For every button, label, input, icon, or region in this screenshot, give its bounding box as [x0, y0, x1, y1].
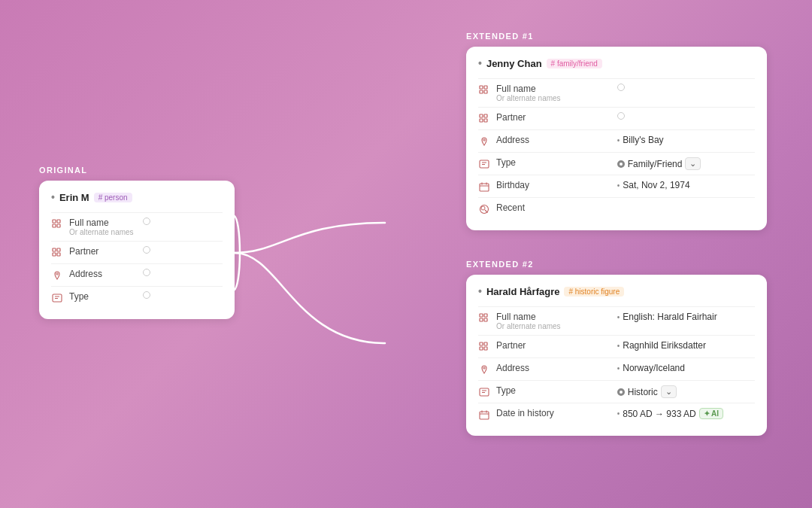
field-type: Type Historic ⌄ — [478, 380, 755, 403]
field-birthday: Birthday • Sat, Nov 2, 1974 — [478, 175, 755, 197]
field-date-history: Date in history • 850 AD → 933 AD ✦ AI — [478, 403, 755, 425]
svg-rect-38 — [484, 347, 487, 350]
type-label: Type — [496, 157, 611, 168]
svg-rect-31 — [480, 314, 483, 317]
birthday-label: Birthday — [496, 180, 611, 190]
field-label-group: Birthday — [496, 180, 611, 190]
address-value — [143, 269, 223, 276]
extended2-section: EXTENDED #2 • Harald Hårfagre # historic… — [466, 260, 767, 436]
birthday-icon — [478, 181, 490, 193]
field-address: Address • Billy's Bay — [478, 129, 755, 152]
svg-rect-36 — [480, 347, 483, 350]
extended1-card: • Jenny Chan # family/friend Full name O… — [466, 47, 767, 230]
connector-line — [235, 193, 498, 449]
svg-rect-6 — [57, 248, 60, 251]
recent-icon — [478, 203, 490, 215]
svg-rect-35 — [480, 342, 483, 345]
partner-value — [617, 112, 755, 120]
person-icon — [51, 218, 63, 230]
person-icon — [478, 84, 490, 96]
bullet-icon: • — [51, 191, 55, 203]
original-card-title: • Erin M # person — [51, 191, 223, 203]
field-label-group: Address — [496, 363, 611, 373]
svg-rect-14 — [484, 86, 487, 89]
original-label: ORIGINAL — [39, 166, 235, 175]
type-value — [143, 291, 223, 299]
fullname-sublabel: Or alternate names — [496, 94, 611, 102]
bullet-icon: • — [478, 285, 482, 297]
partner-text: Ragnhild Eiriksdatter — [623, 340, 706, 351]
field-label-group: Partner — [69, 246, 137, 257]
field-label-group: Full name Or alternate names — [496, 84, 611, 102]
field-fullname: Full name Or alternate names — [478, 78, 755, 107]
svg-rect-18 — [484, 114, 487, 117]
address-label: Address — [69, 269, 137, 279]
extended2-card-title: • Harald Hårfagre # historic figure — [478, 285, 755, 297]
svg-rect-32 — [480, 318, 483, 321]
original-person-name: Erin M — [59, 192, 89, 203]
address-text: Norway/Iceland — [623, 363, 685, 373]
svg-rect-17 — [480, 119, 483, 122]
field-type: Type Family/Friend ⌄ — [478, 152, 755, 175]
fullname-label: Full name — [69, 217, 137, 228]
fullname-text: English: Harald Fairhair — [623, 312, 717, 322]
type-text: Family/Friend — [628, 159, 683, 169]
original-person-tag: # person — [94, 193, 132, 202]
original-card: • Erin M # person Full name Or alternate… — [39, 181, 235, 319]
fullname-value: • English: Harald Fairhair — [617, 312, 755, 322]
extended1-label: EXTENDED #1 — [466, 32, 767, 41]
svg-point-8 — [56, 273, 58, 275]
address-value: • Billy's Bay — [617, 135, 755, 145]
address-text: Billy's Bay — [623, 135, 663, 145]
address-label: Address — [496, 363, 611, 373]
field-partner: Partner • Ragnhild Eiriksdatter — [478, 335, 755, 357]
type-label: Type — [69, 291, 137, 302]
birthday-value: • Sat, Nov 2, 1974 — [617, 180, 755, 190]
svg-point-20 — [483, 139, 485, 141]
date-history-value: • 850 AD → 933 AD ✦ AI — [617, 408, 755, 419]
field-type: Type — [51, 286, 223, 309]
fullname-value — [617, 84, 755, 91]
fullname-value — [143, 217, 223, 225]
address-icon — [478, 364, 490, 376]
extended2-label: EXTENDED #2 — [466, 260, 767, 269]
svg-rect-33 — [484, 314, 487, 317]
svg-rect-3 — [57, 224, 60, 227]
type-select[interactable]: ⌄ — [685, 157, 701, 170]
type-icon — [478, 386, 490, 398]
recent-label: Recent — [496, 202, 611, 213]
field-label-group: Type — [69, 291, 137, 302]
field-partner: Partner — [478, 107, 755, 129]
person-icon — [478, 312, 490, 324]
field-label-group: Date in history — [496, 408, 611, 418]
field-fullname: Full name Or alternate names — [51, 212, 223, 241]
svg-rect-43 — [480, 412, 489, 419]
fullname-label: Full name — [496, 84, 611, 94]
svg-rect-2 — [57, 220, 60, 223]
partner-label: Partner — [496, 112, 611, 123]
partner-icon — [478, 341, 490, 353]
type-value: Historic ⌄ — [617, 385, 755, 398]
field-recent: Recent — [478, 197, 755, 220]
svg-rect-37 — [484, 342, 487, 345]
svg-rect-5 — [53, 253, 56, 256]
fullname-sublabel: Or alternate names — [496, 322, 611, 330]
field-label-group: Recent — [496, 202, 611, 213]
svg-rect-0 — [53, 220, 56, 223]
fullname-sublabel: Or alternate names — [69, 228, 137, 236]
svg-rect-15 — [484, 90, 487, 93]
type-select[interactable]: ⌄ — [661, 385, 677, 398]
date-history-text: 850 AD → 933 AD — [623, 409, 695, 419]
svg-rect-13 — [480, 90, 483, 93]
partner-icon — [478, 113, 490, 125]
address-label: Address — [496, 135, 611, 145]
address-value: • Norway/Iceland — [617, 363, 755, 373]
field-label-group: Full name Or alternate names — [69, 217, 137, 236]
field-partner: Partner — [51, 241, 223, 263]
svg-rect-24 — [480, 184, 489, 191]
partner-label: Partner — [69, 246, 137, 257]
bullet-icon: • — [478, 57, 482, 69]
field-address: Address • Norway/Iceland — [478, 357, 755, 380]
svg-rect-12 — [480, 86, 483, 89]
address-icon — [51, 269, 63, 281]
